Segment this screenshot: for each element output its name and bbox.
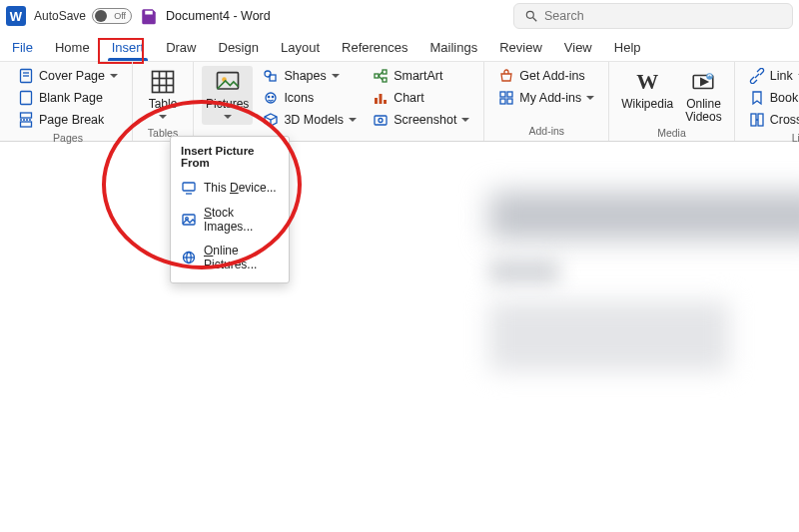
online-videos-button[interactable]: Online Videos bbox=[681, 66, 725, 125]
link-button[interactable]: Link bbox=[743, 66, 799, 86]
ribbon: Cover Page Blank Page Page Break Pages T… bbox=[0, 62, 799, 142]
dropdown-stock-images[interactable]: Stock Images... bbox=[171, 201, 289, 239]
tab-layout[interactable]: Layout bbox=[279, 36, 322, 61]
autosave-toggle[interactable]: Off bbox=[92, 8, 132, 24]
chart-button[interactable]: Chart bbox=[367, 88, 475, 108]
group-media-label: Media bbox=[617, 125, 726, 143]
svg-rect-26 bbox=[375, 98, 378, 104]
screenshot-label: Screenshot bbox=[394, 113, 456, 127]
icons-button[interactable]: Icons bbox=[257, 88, 363, 108]
tab-file[interactable]: File bbox=[10, 36, 35, 61]
xref-label: Cross-reference bbox=[770, 113, 799, 127]
svg-rect-7 bbox=[21, 122, 32, 127]
shapes-label: Shapes bbox=[284, 69, 326, 83]
svg-rect-31 bbox=[500, 92, 505, 97]
bookmark-icon bbox=[749, 90, 765, 106]
get-addins-button[interactable]: Get Add-ins bbox=[492, 66, 600, 86]
title-bar: W AutoSave Off Document4 - Word bbox=[0, 0, 799, 32]
pictures-label: Pictures bbox=[206, 97, 249, 111]
device-icon bbox=[181, 180, 197, 196]
wikipedia-label: Wikipedia bbox=[621, 98, 673, 111]
chevron-down-icon bbox=[159, 113, 167, 121]
wikipedia-button[interactable]: W Wikipedia bbox=[617, 66, 677, 113]
svg-rect-21 bbox=[375, 74, 379, 78]
page-break-button[interactable]: Page Break bbox=[12, 110, 124, 130]
tab-help[interactable]: Help bbox=[612, 36, 643, 61]
table-icon bbox=[149, 68, 177, 96]
tab-draw[interactable]: Draw bbox=[164, 36, 198, 61]
bookmark-button[interactable]: Bookmark bbox=[743, 88, 799, 108]
get-addins-label: Get Add-ins bbox=[519, 69, 584, 83]
blurred-text bbox=[489, 301, 729, 371]
tab-references[interactable]: References bbox=[340, 36, 409, 61]
search-box[interactable] bbox=[513, 3, 793, 29]
shapes-icon bbox=[263, 68, 279, 84]
bookmark-label: Bookmark bbox=[770, 91, 799, 105]
dropdown-item-label: Online Pictures... bbox=[204, 244, 279, 271]
svg-rect-33 bbox=[500, 99, 505, 104]
chart-icon bbox=[373, 90, 389, 106]
svg-point-0 bbox=[526, 11, 533, 18]
group-pages: Cover Page Blank Page Page Break Pages bbox=[4, 62, 133, 141]
word-app-icon: W bbox=[6, 6, 26, 26]
tab-view[interactable]: View bbox=[562, 36, 594, 61]
pictures-button[interactable]: Pictures bbox=[202, 66, 253, 125]
screenshot-button[interactable]: Screenshot bbox=[367, 110, 475, 130]
table-label: Table bbox=[149, 97, 178, 111]
wikipedia-icon: W bbox=[633, 68, 661, 96]
icons-label: Icons bbox=[284, 91, 314, 105]
group-media: W Wikipedia Online Videos Media bbox=[609, 62, 735, 141]
cross-reference-button[interactable]: Cross-reference bbox=[743, 110, 799, 130]
document-canvas[interactable] bbox=[290, 142, 799, 532]
svg-point-20 bbox=[273, 96, 274, 97]
chevron-down-icon bbox=[586, 94, 594, 102]
toggle-knob-icon bbox=[95, 10, 107, 22]
tab-home[interactable]: Home bbox=[53, 36, 92, 61]
svg-rect-23 bbox=[383, 78, 387, 82]
chevron-down-icon bbox=[110, 72, 118, 80]
icons-icon bbox=[263, 90, 279, 106]
blurred-text bbox=[489, 260, 559, 283]
shapes-button[interactable]: Shapes bbox=[257, 66, 363, 86]
document-title: Document4 - Word bbox=[166, 9, 271, 23]
tab-insert[interactable]: Insert bbox=[110, 36, 147, 61]
link-icon bbox=[749, 68, 765, 84]
svg-rect-37 bbox=[751, 114, 756, 126]
search-input[interactable] bbox=[544, 9, 782, 23]
tab-review[interactable]: Review bbox=[497, 36, 544, 61]
blank-page-button[interactable]: Blank Page bbox=[12, 88, 124, 108]
tab-mailings[interactable]: Mailings bbox=[428, 36, 480, 61]
blurred-heading bbox=[489, 192, 799, 240]
chevron-down-icon bbox=[332, 72, 340, 80]
insert-picture-dropdown: Insert Picture From This Device... Stock… bbox=[170, 136, 290, 283]
3d-models-button[interactable]: 3D Models bbox=[257, 110, 363, 130]
my-addins-button[interactable]: My Add-ins bbox=[492, 88, 600, 108]
chart-label: Chart bbox=[394, 91, 424, 105]
tab-design[interactable]: Design bbox=[217, 36, 261, 61]
page-break-label: Page Break bbox=[39, 113, 104, 127]
chevron-down-icon bbox=[224, 113, 232, 121]
search-icon bbox=[524, 9, 538, 23]
table-button[interactable]: Table bbox=[141, 66, 185, 125]
blank-page-icon bbox=[18, 90, 34, 106]
smartart-label: SmartArt bbox=[394, 69, 442, 83]
svg-rect-9 bbox=[153, 72, 174, 93]
dropdown-this-device[interactable]: This Device... bbox=[171, 175, 289, 201]
smartart-button[interactable]: SmartArt bbox=[367, 66, 475, 86]
svg-rect-32 bbox=[507, 92, 512, 97]
svg-rect-34 bbox=[507, 99, 512, 104]
save-icon[interactable] bbox=[140, 7, 158, 25]
svg-rect-27 bbox=[380, 94, 383, 104]
dropdown-online-pictures[interactable]: Online Pictures... bbox=[171, 239, 289, 276]
dropdown-title: Insert Picture From bbox=[171, 143, 289, 175]
smartart-icon bbox=[373, 68, 389, 84]
svg-rect-46 bbox=[183, 183, 195, 191]
dropdown-item-label: This Device... bbox=[204, 181, 277, 195]
screenshot-icon bbox=[373, 112, 389, 128]
svg-rect-5 bbox=[21, 92, 32, 105]
blank-page-label: Blank Page bbox=[39, 91, 103, 105]
svg-rect-38 bbox=[758, 114, 763, 126]
chevron-down-icon bbox=[349, 116, 357, 124]
my-addins-label: My Add-ins bbox=[519, 91, 581, 105]
cover-page-button[interactable]: Cover Page bbox=[12, 66, 124, 86]
